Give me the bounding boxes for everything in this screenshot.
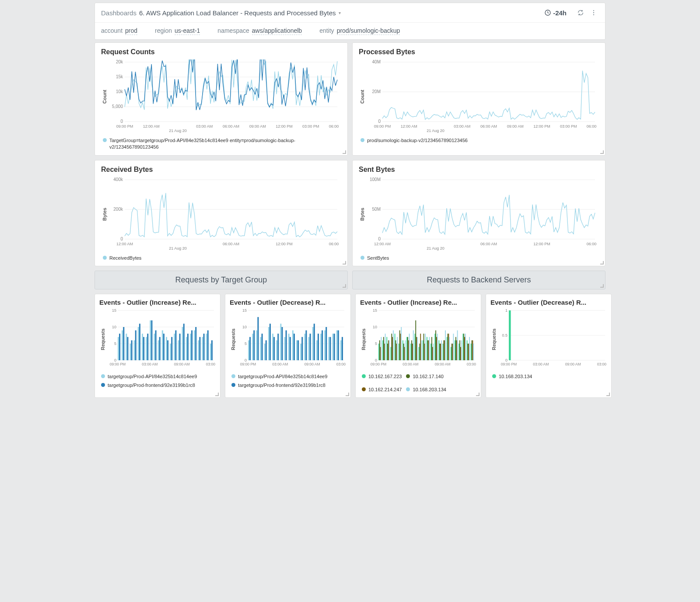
resize-handle[interactable] bbox=[606, 393, 610, 396]
svg-rect-156 bbox=[266, 341, 267, 361]
svg-rect-250 bbox=[436, 337, 437, 360]
dashboard-title[interactable]: 6. AWS Application Load Balancer - Reque… bbox=[139, 9, 336, 17]
resize-handle[interactable] bbox=[600, 261, 604, 264]
chart-sent-bytes[interactable]: 100M50M012:00 AM21 Aug 2006:00 AM12:00 P… bbox=[366, 177, 598, 251]
svg-rect-246 bbox=[420, 334, 421, 360]
svg-rect-93 bbox=[123, 327, 124, 360]
filter-account[interactable]: accountprod bbox=[101, 27, 137, 35]
panel-srv-outlier-increase: Events - Outlier (Increase) Re... Reques… bbox=[355, 294, 481, 398]
svg-rect-218 bbox=[403, 344, 404, 360]
legend-label: targetgroup/Prod-API/84e325b14c814ee9 bbox=[108, 373, 197, 380]
svg-text:12:00 PM: 12:00 PM bbox=[533, 124, 550, 129]
svg-rect-82 bbox=[174, 334, 175, 360]
legend-label: targetgroup/Prod-API/84e325b14c814ee9 bbox=[238, 373, 327, 380]
refresh-button[interactable] bbox=[575, 7, 586, 18]
svg-rect-279 bbox=[457, 331, 458, 360]
svg-rect-98 bbox=[143, 337, 144, 360]
svg-text:21 Aug 20: 21 Aug 20 bbox=[169, 246, 187, 251]
svg-rect-132 bbox=[264, 344, 266, 360]
resize-handle[interactable] bbox=[476, 393, 480, 396]
svg-rect-270 bbox=[421, 341, 422, 361]
svg-rect-88 bbox=[198, 341, 199, 361]
svg-rect-174 bbox=[338, 331, 339, 360]
y-axis-label: Count bbox=[101, 59, 108, 134]
legend-label: targetgroup/Prod-frontend/92e3199b1rc8 bbox=[238, 382, 326, 389]
filter-region[interactable]: regionus-east-1 bbox=[155, 27, 200, 35]
svg-rect-75 bbox=[146, 337, 147, 360]
resize-handle[interactable] bbox=[215, 393, 219, 396]
y-axis-label: Requests bbox=[99, 309, 106, 370]
svg-rect-172 bbox=[329, 337, 331, 360]
chart-srv-dec[interactable]: 10.5009:00 PM03:00 AM09:00 AM03:00 PM bbox=[497, 309, 607, 370]
y-axis-label: Requests bbox=[490, 309, 497, 370]
panel-received-bytes: Received Bytes Bytes 400k200k012:00 AM21… bbox=[94, 160, 348, 266]
section-requests-to-backend-servers: Requests to Backend Servers bbox=[352, 271, 606, 289]
chart-processed-bytes[interactable]: 40M20M009:00 PM12:00 AM21 Aug 2003:00 AM… bbox=[366, 59, 598, 134]
svg-rect-113 bbox=[203, 334, 205, 360]
y-axis-label: Requests bbox=[360, 309, 367, 370]
more-menu-button[interactable] bbox=[588, 7, 599, 18]
resize-handle[interactable] bbox=[600, 284, 604, 288]
svg-text:09:00 AM: 09:00 AM bbox=[304, 362, 320, 366]
svg-rect-205 bbox=[447, 337, 448, 360]
chart-tg-dec[interactable]: 15105009:00 PM03:00 AM09:00 AM03:00 PM bbox=[237, 309, 346, 370]
timerange-picker[interactable]: -24h bbox=[544, 9, 567, 17]
svg-rect-104 bbox=[167, 341, 168, 361]
svg-rect-214 bbox=[387, 344, 388, 360]
svg-rect-216 bbox=[396, 341, 396, 361]
svg-rect-170 bbox=[322, 331, 323, 360]
resize-handle[interactable] bbox=[343, 261, 346, 264]
panel-title: Received Bytes bbox=[101, 166, 341, 174]
svg-text:12:00 AM: 12:00 AM bbox=[401, 124, 417, 129]
svg-text:03:00 PM: 03:00 PM bbox=[206, 362, 216, 366]
svg-rect-229 bbox=[448, 334, 448, 360]
chart-srv-inc[interactable]: 15105009:00 PM03:00 AM09:00 AM03:00 PM bbox=[367, 309, 476, 370]
breadcrumb-root[interactable]: Dashboards bbox=[101, 9, 136, 17]
svg-rect-210 bbox=[467, 341, 468, 361]
svg-rect-135 bbox=[276, 341, 277, 361]
breadcrumb[interactable]: Dashboards 6. AWS Application Load Balan… bbox=[101, 9, 544, 17]
resize-handle[interactable] bbox=[600, 150, 604, 154]
filter-entity[interactable]: entityprod/sumologic-backup bbox=[319, 27, 400, 35]
svg-text:09:00 AM: 09:00 AM bbox=[565, 362, 581, 366]
panel-sent-bytes: Sent Bytes Bytes 100M50M012:00 AM21 Aug … bbox=[352, 160, 606, 266]
svg-text:0: 0 bbox=[120, 119, 123, 124]
svg-rect-264 bbox=[397, 337, 398, 360]
svg-rect-281 bbox=[465, 334, 466, 360]
legend-label: ReceivedBytes bbox=[109, 255, 141, 261]
chart-tg-inc[interactable]: 15105009:00 PM03:00 AM09:00 AM03:00 PM bbox=[106, 309, 216, 370]
svg-text:15: 15 bbox=[373, 309, 377, 313]
resize-handle[interactable] bbox=[343, 150, 346, 154]
legend-label: 10.168.203.134 bbox=[499, 373, 532, 380]
svg-rect-74 bbox=[142, 334, 143, 360]
chart-request-counts[interactable]: 20k15k10k5,000009:00 PM12:00 AM21 Aug 20… bbox=[108, 59, 340, 134]
timerange-value: -24h bbox=[553, 9, 567, 17]
svg-text:03:00 PM: 03:00 PM bbox=[597, 362, 607, 366]
svg-text:03:00 AM: 03:00 AM bbox=[402, 362, 418, 366]
svg-rect-283 bbox=[473, 344, 474, 360]
legend-label: targetgroup/Prod-frontend/92e3199b1rc8 bbox=[108, 382, 195, 389]
chevron-down-icon[interactable]: ▾ bbox=[339, 10, 341, 15]
svg-rect-245 bbox=[416, 337, 417, 360]
resize-handle[interactable] bbox=[343, 284, 346, 288]
svg-rect-237 bbox=[384, 344, 385, 360]
svg-rect-171 bbox=[326, 327, 327, 360]
svg-rect-240 bbox=[396, 344, 397, 360]
svg-text:06:00 PM: 06:00 PM bbox=[587, 242, 598, 246]
resize-handle[interactable] bbox=[346, 393, 349, 396]
svg-text:10: 10 bbox=[242, 325, 247, 329]
svg-text:06:00 PM: 06:00 PM bbox=[587, 124, 598, 129]
svg-text:5,000: 5,000 bbox=[112, 104, 123, 109]
svg-text:5: 5 bbox=[375, 341, 377, 346]
svg-rect-233 bbox=[463, 334, 464, 360]
svg-rect-228 bbox=[444, 341, 444, 361]
svg-text:09:00 AM: 09:00 AM bbox=[174, 362, 190, 366]
svg-rect-130 bbox=[256, 331, 257, 360]
svg-rect-199 bbox=[423, 341, 424, 361]
svg-rect-161 bbox=[286, 331, 287, 360]
svg-rect-73 bbox=[138, 327, 139, 360]
svg-rect-207 bbox=[455, 341, 455, 361]
chart-received-bytes[interactable]: 400k200k012:00 AM21 Aug 2006:00 AM12:00 … bbox=[108, 177, 340, 251]
filter-namespace[interactable]: namespaceaws/applicationelb bbox=[217, 27, 302, 35]
svg-rect-252 bbox=[444, 341, 445, 361]
